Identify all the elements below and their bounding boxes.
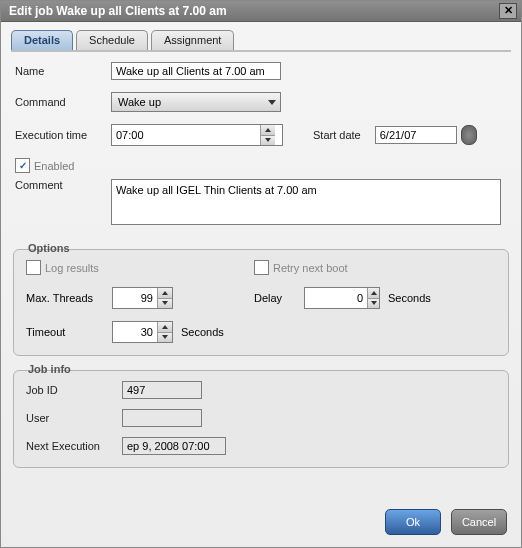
execution-time-field[interactable] — [111, 124, 283, 146]
max-threads-label: Max. Threads — [26, 292, 104, 304]
retry-next-boot-label: Retry next boot — [273, 262, 348, 274]
execution-time-label: Execution time — [15, 129, 103, 141]
exec-time-down[interactable] — [261, 136, 275, 146]
tab-details[interactable]: Details — [11, 30, 73, 50]
chevron-up-icon — [162, 325, 168, 329]
execution-time-input[interactable] — [112, 125, 260, 145]
chevron-down-icon — [265, 138, 271, 142]
command-selected: Wake up — [118, 96, 161, 108]
next-execution-label: Next Execution — [26, 440, 114, 452]
delay-input[interactable] — [305, 288, 367, 308]
calendar-icon[interactable] — [461, 125, 477, 145]
max-threads-field[interactable] — [112, 287, 173, 309]
delay-up[interactable] — [368, 288, 379, 299]
edit-job-dialog: Edit job Wake up all Clients at 7.00 am … — [0, 0, 522, 548]
max-threads-down[interactable] — [158, 299, 172, 309]
titlebar: Edit job Wake up all Clients at 7.00 am … — [1, 1, 521, 22]
log-results-label: Log results — [45, 262, 99, 274]
options-group: Options Log results Retry next boot Max.… — [13, 249, 509, 356]
enabled-checkbox[interactable] — [15, 158, 30, 173]
footer: Ok Cancel — [1, 499, 521, 547]
tab-schedule[interactable]: Schedule — [76, 30, 148, 50]
command-label: Command — [15, 96, 103, 108]
next-execution-field — [122, 437, 226, 455]
job-info-group: Job info Job ID User Next Execution — [13, 370, 509, 468]
window-title: Edit job Wake up all Clients at 7.00 am — [9, 4, 227, 18]
name-label: Name — [15, 65, 103, 77]
start-date-field[interactable] — [375, 126, 457, 144]
comment-field[interactable]: Wake up all IGEL Thin Clients at 7.00 am — [111, 179, 501, 225]
chevron-down-icon — [162, 335, 168, 339]
options-legend: Options — [24, 242, 74, 254]
delay-unit: Seconds — [388, 292, 431, 304]
delay-label: Delay — [254, 292, 296, 304]
job-info-legend: Job info — [24, 363, 75, 375]
start-date-label: Start date — [313, 129, 361, 141]
chevron-up-icon — [162, 291, 168, 295]
delay-field[interactable] — [304, 287, 380, 309]
timeout-unit: Seconds — [181, 326, 224, 338]
enabled-label: Enabled — [34, 160, 74, 172]
timeout-up[interactable] — [158, 322, 172, 333]
chevron-down-icon — [162, 301, 168, 305]
chevron-up-icon — [371, 291, 377, 295]
tabs: Details Schedule Assignment — [1, 22, 521, 50]
tab-assignment[interactable]: Assignment — [151, 30, 234, 50]
comment-label: Comment — [15, 179, 103, 191]
command-select[interactable]: Wake up — [111, 92, 281, 112]
job-id-label: Job ID — [26, 384, 114, 396]
timeout-input[interactable] — [113, 322, 157, 342]
max-threads-up[interactable] — [158, 288, 172, 299]
chevron-up-icon — [265, 128, 271, 132]
form-area: Name Command Wake up Execution time Star… — [1, 52, 521, 241]
ok-button[interactable]: Ok — [385, 509, 441, 535]
timeout-label: Timeout — [26, 326, 104, 338]
chevron-down-icon — [268, 100, 276, 105]
exec-time-up[interactable] — [261, 125, 275, 136]
cancel-button[interactable]: Cancel — [451, 509, 507, 535]
timeout-down[interactable] — [158, 333, 172, 343]
user-label: User — [26, 412, 114, 424]
retry-next-boot-checkbox[interactable] — [254, 260, 269, 275]
name-field[interactable] — [111, 62, 281, 80]
job-id-field — [122, 381, 202, 399]
user-field — [122, 409, 202, 427]
close-icon[interactable]: ✕ — [499, 3, 517, 19]
max-threads-input[interactable] — [113, 288, 157, 308]
delay-down[interactable] — [368, 299, 379, 309]
timeout-field[interactable] — [112, 321, 173, 343]
log-results-checkbox[interactable] — [26, 260, 41, 275]
chevron-down-icon — [371, 301, 377, 305]
